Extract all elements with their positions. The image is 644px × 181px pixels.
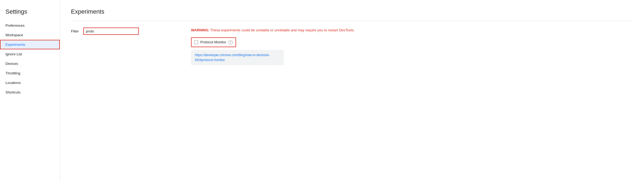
sidebar-item-devices[interactable]: Devices: [0, 59, 60, 68]
content-split: Filter WARNING: These experiments could …: [71, 28, 633, 65]
sidebar-item-shortcuts[interactable]: Shortcuts: [0, 88, 60, 97]
sidebar-item-throttling[interactable]: Throttling: [0, 68, 60, 78]
sidebar-title: Settings: [0, 5, 60, 21]
sidebar-item-label: Shortcuts: [5, 90, 20, 94]
sidebar-item-label: Ignore List: [5, 52, 22, 56]
warning-text: WARNING: These experiments could be unst…: [191, 28, 633, 33]
sidebar-item-label: Devices: [5, 62, 18, 66]
page-title: Experiments: [71, 8, 633, 15]
warning-label: WARNING:: [191, 28, 209, 32]
protocol-monitor-checkbox[interactable]: [194, 40, 198, 44]
sidebar-item-preferences[interactable]: Preferences: [0, 21, 60, 30]
sidebar-item-label: Locations: [5, 81, 21, 85]
filter-label: Filter: [71, 29, 79, 33]
tooltip-text: https://developer.chrome.com/blog/new-in…: [195, 53, 270, 62]
main-content: Experiments Filter WARNING: These experi…: [60, 0, 644, 181]
sidebar-item-experiments[interactable]: Experiments: [0, 40, 60, 49]
experiment-item-protocol-monitor: Protocol Monitor ?: [191, 37, 236, 47]
warning-body: These experiments could be unstable or u…: [210, 28, 355, 32]
sidebar-item-label: Workspace: [5, 33, 23, 37]
sidebar-item-label: Experiments: [5, 43, 25, 47]
sidebar-item-ignore-list[interactable]: Ignore List: [0, 49, 60, 59]
app-container: Settings Preferences Workspace Experimen…: [0, 0, 644, 181]
sidebar-item-label: Throttling: [5, 71, 20, 75]
filter-input[interactable]: [84, 28, 138, 34]
left-section: Filter: [71, 28, 180, 41]
sidebar-item-workspace[interactable]: Workspace: [0, 30, 60, 40]
protocol-monitor-help-icon[interactable]: ?: [228, 40, 233, 44]
sidebar-item-label: Preferences: [5, 23, 25, 28]
sidebar-item-locations[interactable]: Locations: [0, 78, 60, 88]
sidebar: Settings Preferences Workspace Experimen…: [0, 0, 60, 181]
protocol-monitor-tooltip: https://developer.chrome.com/blog/new-in…: [191, 50, 284, 65]
filter-input-wrapper: [83, 28, 139, 35]
filter-row: Filter: [71, 28, 180, 35]
divider: [71, 21, 633, 21]
right-section: WARNING: These experiments could be unst…: [191, 28, 633, 65]
protocol-monitor-label: Protocol Monitor: [200, 40, 226, 44]
